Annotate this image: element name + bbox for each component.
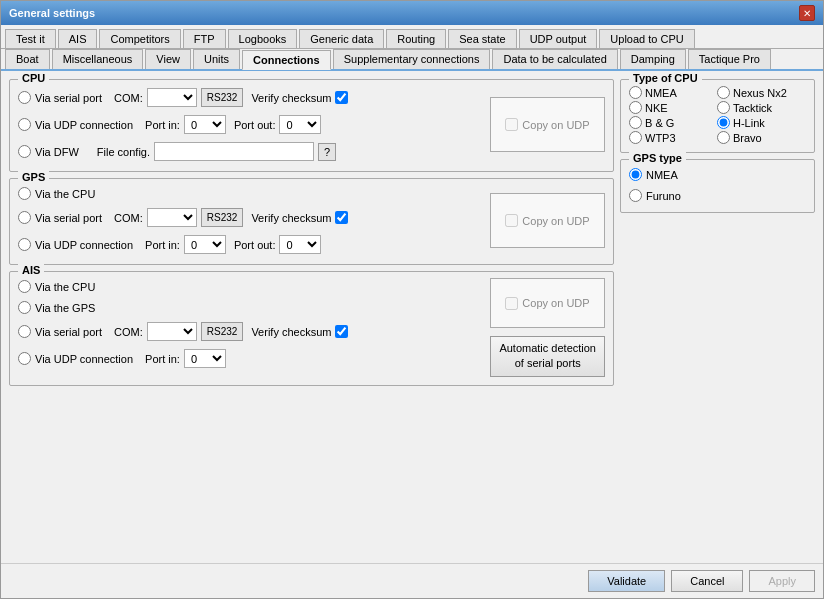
cpu-type-nke-radio[interactable] bbox=[629, 101, 642, 114]
gps-verify-checkbox[interactable] bbox=[335, 211, 348, 224]
cpu-rs232-button[interactable]: RS232 bbox=[201, 88, 244, 107]
tab-upload-to-cpu[interactable]: Upload to CPU bbox=[599, 29, 694, 48]
cpu-type-nmea-label[interactable]: NMEA bbox=[645, 87, 677, 99]
ais-udp-radio[interactable] bbox=[18, 352, 31, 365]
main-area: CPU Via serial port COM: RS232 Verify ch… bbox=[9, 79, 815, 555]
ais-copy-udp-row: Copy on UDP bbox=[505, 297, 589, 310]
tab-miscellaneous[interactable]: Miscellaneous bbox=[52, 49, 144, 69]
tab-sea-state[interactable]: Sea state bbox=[448, 29, 516, 48]
gps-udp-label[interactable]: Via UDP connection bbox=[35, 239, 133, 251]
type-cpu-row-4: WTP3 Bravo bbox=[629, 131, 806, 144]
cpu-udp-radio[interactable] bbox=[18, 118, 31, 131]
cpu-type-hlink-radio[interactable] bbox=[717, 116, 730, 129]
gps-type-furuno-radio[interactable] bbox=[629, 189, 642, 202]
ais-rs232-button[interactable]: RS232 bbox=[201, 322, 244, 341]
tab-competitors[interactable]: Competitors bbox=[99, 29, 180, 48]
ais-serial-radio[interactable] bbox=[18, 325, 31, 338]
cpu-type-bg-label[interactable]: B & G bbox=[645, 117, 674, 129]
cpu-copy-udp-container: Copy on UDP bbox=[490, 97, 605, 152]
gps-copy-udp-container: Copy on UDP bbox=[490, 185, 605, 256]
tab-generic-data[interactable]: Generic data bbox=[299, 29, 384, 48]
tab-boat[interactable]: Boat bbox=[5, 49, 50, 69]
cpu-type-bg-radio[interactable] bbox=[629, 116, 642, 129]
tab-view[interactable]: View bbox=[145, 49, 191, 69]
gps-serial-label[interactable]: Via serial port bbox=[35, 212, 102, 224]
cpu-dfw-radio[interactable] bbox=[18, 145, 31, 158]
tab-udp-output[interactable]: UDP output bbox=[519, 29, 598, 48]
gps-copy-udp-checkbox[interactable] bbox=[505, 214, 518, 227]
ais-cpu-radio[interactable] bbox=[18, 280, 31, 293]
cpu-type-tacktick-label[interactable]: Tacktick bbox=[733, 102, 772, 114]
tab-data-to-be-calculated[interactable]: Data to be calculated bbox=[492, 49, 617, 69]
right-column: Type of CPU NMEA Nexus Nx2 bbox=[620, 79, 815, 555]
gps-cpu-radio[interactable] bbox=[18, 187, 31, 200]
cpu-file-config-input[interactable] bbox=[154, 142, 314, 161]
cpu-serial-port-radio[interactable] bbox=[18, 91, 31, 104]
auto-detect-button[interactable]: Automatic detectionof serial ports bbox=[490, 336, 605, 377]
cpu-type-tacktick-radio[interactable] bbox=[717, 101, 730, 114]
tab-test-it[interactable]: Test it bbox=[5, 29, 56, 48]
tabs-row1: Test it AIS Competitors FTP Logbooks Gen… bbox=[1, 25, 823, 49]
cpu-type-nexus-radio[interactable] bbox=[717, 86, 730, 99]
gps-type-group-label: GPS type bbox=[629, 152, 686, 164]
ais-cpu-label[interactable]: Via the CPU bbox=[35, 281, 95, 293]
ais-gps-label[interactable]: Via the GPS bbox=[35, 302, 95, 314]
gps-type-nmea-radio[interactable] bbox=[629, 168, 642, 181]
gps-cpu-row: Via the CPU bbox=[18, 185, 484, 202]
cpu-type-wtp3-label[interactable]: WTP3 bbox=[645, 132, 676, 144]
cpu-type-wtp3-radio[interactable] bbox=[629, 131, 642, 144]
cpu-dfw-label[interactable]: Via DFW bbox=[35, 146, 79, 158]
cpu-type-nke-label[interactable]: NKE bbox=[645, 102, 668, 114]
cpu-type-bravo-label[interactable]: Bravo bbox=[733, 132, 762, 144]
tab-supplementary-connections[interactable]: Supplementary connections bbox=[333, 49, 491, 69]
ais-copy-udp-checkbox[interactable] bbox=[505, 297, 518, 310]
ais-udp-label[interactable]: Via UDP connection bbox=[35, 353, 133, 365]
gps-group-label: GPS bbox=[18, 171, 49, 183]
close-button[interactable]: ✕ bbox=[799, 5, 815, 21]
type-cpu-bravo: Bravo bbox=[717, 131, 797, 144]
tab-ftp[interactable]: FTP bbox=[183, 29, 226, 48]
cpu-type-nmea-radio[interactable] bbox=[629, 86, 642, 99]
tab-routing[interactable]: Routing bbox=[386, 29, 446, 48]
tab-units[interactable]: Units bbox=[193, 49, 240, 69]
tab-ais[interactable]: AIS bbox=[58, 29, 98, 48]
apply-button[interactable]: Apply bbox=[749, 570, 815, 592]
cpu-port-out-select[interactable]: 0 bbox=[279, 115, 321, 134]
cpu-copy-udp-checkbox[interactable] bbox=[505, 118, 518, 131]
cpu-serial-port-label[interactable]: Via serial port bbox=[35, 92, 102, 104]
ais-serial-label[interactable]: Via serial port bbox=[35, 326, 102, 338]
cpu-group-label: CPU bbox=[18, 72, 49, 84]
cpu-verify-checkbox[interactable] bbox=[335, 91, 348, 104]
gps-port-in-select[interactable]: 0 bbox=[184, 235, 226, 254]
gps-serial-radio[interactable] bbox=[18, 211, 31, 224]
ais-gps-radio[interactable] bbox=[18, 301, 31, 314]
ais-right: Copy on UDP Automatic detectionof serial… bbox=[490, 278, 605, 377]
tab-damping[interactable]: Damping bbox=[620, 49, 686, 69]
cpu-type-hlink-label[interactable]: H-Link bbox=[733, 117, 765, 129]
cpu-question-button[interactable]: ? bbox=[318, 143, 336, 161]
ais-port-in-select[interactable]: 0 bbox=[184, 349, 226, 368]
cpu-com-select[interactable] bbox=[147, 88, 197, 107]
gps-type-group: GPS type NMEA Furuno bbox=[620, 159, 815, 213]
tab-tactique-pro[interactable]: Tactique Pro bbox=[688, 49, 771, 69]
cpu-type-bravo-radio[interactable] bbox=[717, 131, 730, 144]
cpu-type-nexus-label[interactable]: Nexus Nx2 bbox=[733, 87, 787, 99]
tab-logbooks[interactable]: Logbooks bbox=[228, 29, 298, 48]
gps-com-select[interactable] bbox=[147, 208, 197, 227]
gps-udp-radio[interactable] bbox=[18, 238, 31, 251]
gps-type-nmea-label[interactable]: NMEA bbox=[646, 169, 678, 181]
cpu-port-in-select[interactable]: 0 bbox=[184, 115, 226, 134]
tab-connections[interactable]: Connections bbox=[242, 50, 331, 70]
gps-group: GPS Via the CPU Via serial port bbox=[9, 178, 614, 265]
cancel-button[interactable]: Cancel bbox=[671, 570, 743, 592]
gps-rs232-button[interactable]: RS232 bbox=[201, 208, 244, 227]
gps-cpu-label[interactable]: Via the CPU bbox=[35, 188, 95, 200]
gps-port-out-select[interactable]: 0 bbox=[279, 235, 321, 254]
gps-type-furuno-row: Furuno bbox=[629, 187, 806, 204]
gps-copy-udp-box: Copy on UDP bbox=[490, 193, 605, 248]
gps-type-furuno-label[interactable]: Furuno bbox=[646, 190, 681, 202]
cpu-udp-label[interactable]: Via UDP connection bbox=[35, 119, 133, 131]
validate-button[interactable]: Validate bbox=[588, 570, 665, 592]
ais-com-select[interactable] bbox=[147, 322, 197, 341]
ais-verify-checkbox[interactable] bbox=[335, 325, 348, 338]
